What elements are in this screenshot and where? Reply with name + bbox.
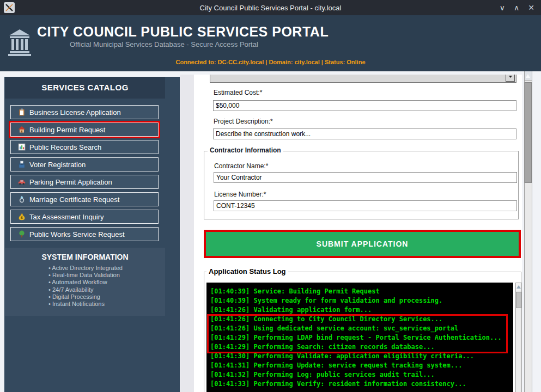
bar-chart-icon xyxy=(18,143,26,151)
app-header: CITY COUNCIL PUBLIC SERVICES PORTAL Offi… xyxy=(0,15,541,71)
estimated-cost-label: Estimated Cost:* xyxy=(214,89,262,96)
submit-highlight-border: SUBMIT APPLICATION xyxy=(204,230,521,258)
status-log-terminal: [01:40:39] Service: Building Permit Requ… xyxy=(206,283,513,392)
log-line: [01:41:30] Performing Validate: applicat… xyxy=(210,352,513,362)
bank-building-icon xyxy=(8,28,31,57)
sidebar-item-label: Voter Registration xyxy=(29,161,86,169)
services-catalog-heading: SERVICES CATALOG xyxy=(5,77,165,99)
tree-icon xyxy=(18,230,26,238)
ring-icon xyxy=(18,195,26,203)
contractor-information-legend: Contractor Information xyxy=(208,146,283,154)
ballot-box-icon xyxy=(18,161,26,168)
log-line: [01:41:29] Performing LDAP bind request … xyxy=(210,334,513,343)
svg-text:$: $ xyxy=(21,216,23,220)
log-line: [01:41:26] Connecting to City Council Di… xyxy=(210,315,513,324)
application-form-canvas: Estimated Cost:* Project Description:* C… xyxy=(194,75,522,392)
log-line: [01:40:39] Service: Building Permit Requ… xyxy=(210,287,513,297)
close-button[interactable]: ✕ xyxy=(528,3,534,12)
dropdown-arrow-button[interactable] xyxy=(506,75,515,82)
system-info-item: Digital Processing xyxy=(48,293,165,301)
app-x11-icon[interactable] xyxy=(4,2,15,13)
sidebar-item-label: Public Records Search xyxy=(29,143,101,151)
log-line: [01:41:31] Performing Update: service re… xyxy=(210,362,513,371)
project-description-label: Project Description:* xyxy=(214,118,273,125)
log-scroll-up-button[interactable] xyxy=(516,283,521,291)
license-number-input[interactable] xyxy=(214,200,517,211)
arrow-up-icon xyxy=(526,74,530,78)
log-line: [01:41:26] Validating application form..… xyxy=(210,306,513,315)
window-title: City Council Public Services Portal - ci… xyxy=(0,4,541,12)
car-icon xyxy=(18,178,26,186)
main-scrollbar[interactable] xyxy=(524,71,532,392)
money-bag-icon: $ xyxy=(18,213,26,220)
estimated-cost-input[interactable] xyxy=(213,100,516,111)
log-scrollbar-thumb[interactable] xyxy=(516,292,521,308)
sidebar-item-label: Building Permit Request xyxy=(29,126,105,134)
minimize-button[interactable]: ∨ xyxy=(500,3,505,12)
maximize-button[interactable]: ∧ xyxy=(514,3,519,12)
submit-application-button[interactable]: SUBMIT APPLICATION xyxy=(206,232,519,256)
system-info-item: Real-time Data Validation xyxy=(48,272,165,279)
project-description-input[interactable] xyxy=(213,128,516,139)
contractor-name-label: Contractor Name:* xyxy=(214,162,268,170)
application-status-log-legend: Application Status Log xyxy=(206,267,288,275)
services-sidebar: SERVICES CATALOG Business License Applic… xyxy=(4,77,180,392)
sidebar-item-voter-registration[interactable]: Voter Registration xyxy=(10,157,159,171)
arrow-up-icon xyxy=(516,285,521,289)
log-line: [01:41:26] Using dedicated service accou… xyxy=(210,324,513,334)
sidebar-item-marriage-certificate[interactable]: Marriage Certificate Request xyxy=(10,192,159,206)
house-icon xyxy=(18,126,26,133)
chevron-down-icon xyxy=(509,76,512,78)
system-info-item: Automated Workflow xyxy=(48,279,165,286)
log-line: [01:41:32] Performing Log: public servic… xyxy=(210,371,513,380)
clipboard-icon xyxy=(18,108,26,116)
sidebar-item-public-records[interactable]: Public Records Search xyxy=(10,140,159,154)
sidebar-item-label: Public Works Service Request xyxy=(29,230,125,238)
partially-scrolled-field[interactable] xyxy=(210,75,516,83)
main-scroll-up-button[interactable] xyxy=(525,71,532,81)
contractor-information-group: Contractor Information Contractor Name:*… xyxy=(204,151,519,219)
application-status-log-group: Application Status Log [01:40:39] Servic… xyxy=(204,272,521,392)
content-gutter xyxy=(180,75,194,392)
license-number-label: License Number:* xyxy=(214,191,266,198)
x11-logo-icon xyxy=(5,4,13,11)
log-line: [01:41:29] Performing Search: citizen re… xyxy=(210,343,513,352)
sidebar-item-tax-assessment[interactable]: $ Tax Assessment Inquiry xyxy=(10,210,159,224)
system-info-item: 24/7 Availability xyxy=(48,286,165,293)
sidebar-item-business-license[interactable]: Business License Application xyxy=(10,105,159,119)
sidebar-item-label: Marriage Certificate Request xyxy=(29,195,119,204)
log-line: [01:41:33] Performing Verify: resident i… xyxy=(210,380,513,389)
portal-subtitle: Official Municipal Services Database - S… xyxy=(70,40,258,48)
titlebar: City Council Public Services Portal - ci… xyxy=(0,0,541,15)
sidebar-item-label: Business License Application xyxy=(29,108,121,117)
portal-title: CITY COUNCIL PUBLIC SERVICES PORTAL xyxy=(37,24,329,40)
main-scrollbar-thumb[interactable] xyxy=(525,82,532,183)
contractor-name-input[interactable] xyxy=(214,172,517,183)
sidebar-item-label: Parking Permit Application xyxy=(29,178,112,186)
log-line: [01:40:39] System ready for form validat… xyxy=(210,297,513,306)
sidebar-item-parking-permit[interactable]: Parking Permit Application xyxy=(10,175,159,189)
system-info-item: Instant Notifications xyxy=(48,301,165,308)
sidebar-item-building-permit[interactable]: Building Permit Request xyxy=(10,122,159,137)
system-info-item: Active Directory Integrated xyxy=(48,265,165,272)
connection-status: Connected to: DC-CC.city.local | Domain:… xyxy=(0,59,541,65)
system-information-panel: SYSTEM INFORMATION Active Directory Inte… xyxy=(5,248,165,316)
log-scrollbar[interactable] xyxy=(515,283,522,392)
system-information-heading: SYSTEM INFORMATION xyxy=(5,248,165,261)
sidebar-item-public-works[interactable]: Public Works Service Request xyxy=(10,227,159,241)
sidebar-item-label: Tax Assessment Inquiry xyxy=(29,213,104,221)
